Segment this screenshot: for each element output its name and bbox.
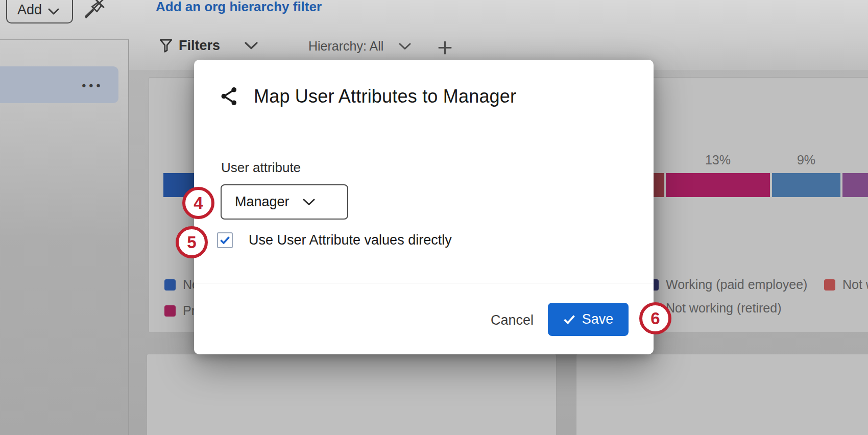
bar-segment	[772, 173, 840, 197]
check-icon	[563, 315, 575, 324]
map-user-attributes-dialog: Map User Attributes to Manager User attr…	[194, 60, 654, 354]
bar-segment	[666, 173, 770, 197]
app-screen: ●●● Add Add an org hierarchy filter Filt…	[0, 0, 868, 435]
chevron-down-icon	[399, 43, 411, 50]
plus-icon	[438, 41, 452, 55]
dialog-title: Map User Attributes to Manager	[254, 86, 516, 107]
save-button[interactable]: Save	[548, 303, 629, 336]
annotation-step-4: 4	[182, 187, 214, 219]
more-options-icon[interactable]: ●●●	[82, 81, 103, 89]
legend-swatch	[164, 305, 176, 317]
hierarchy-filter-label: Hierarchy: All	[308, 39, 383, 54]
legend-item: Working (paid employee)	[647, 277, 807, 292]
chevron-down-icon	[303, 199, 315, 206]
footer-divider	[194, 283, 654, 283]
checkbox-row: Use User Attribute values directly	[217, 232, 452, 248]
check-icon	[220, 236, 230, 245]
annotation-step-5: 5	[176, 226, 208, 258]
filters-label: Filters	[179, 38, 220, 54]
legend-label: Not w	[842, 277, 868, 292]
add-filter-button[interactable]	[438, 41, 452, 57]
bar-segment	[842, 173, 868, 197]
bar-value-label: 13%	[666, 153, 770, 167]
pin-slash-icon[interactable]	[82, 0, 106, 23]
legend-label: Working (paid employee)	[666, 277, 807, 292]
header-divider	[194, 133, 654, 133]
annotation-number: 5	[187, 233, 196, 252]
select-value: Manager	[235, 194, 290, 210]
bar-value-label: 9%	[772, 153, 840, 167]
add-button-label: Add	[17, 2, 42, 18]
share-icon	[221, 87, 238, 106]
dialog-header: Map User Attributes to Manager	[194, 60, 654, 133]
hierarchy-filter[interactable]: Hierarchy: All	[308, 39, 411, 54]
widget-card-bottom-right	[576, 354, 868, 435]
legend-label: Not working (retired)	[666, 301, 781, 316]
annotation-step-6: 6	[639, 302, 671, 334]
cancel-button[interactable]: Cancel	[483, 310, 542, 330]
user-attribute-label: User attribute	[221, 160, 301, 176]
legend-item: Pr	[164, 303, 196, 318]
funnel-icon	[159, 39, 173, 53]
add-button[interactable]: Add	[6, 0, 73, 23]
legend-item: Not w	[824, 277, 868, 292]
save-button-label: Save	[582, 311, 614, 327]
legend-swatch	[824, 279, 835, 291]
sidebar-selected-item[interactable]: ●●●	[0, 66, 118, 103]
org-hierarchy-filter-link[interactable]: Add an org hierarchy filter	[156, 0, 322, 15]
chevron-down-icon	[48, 8, 59, 15]
annotation-number: 4	[194, 194, 203, 213]
chevron-down-icon	[245, 42, 258, 50]
widget-card-bottom-left	[147, 354, 557, 435]
filters-menu[interactable]: Filters	[159, 38, 258, 54]
annotation-number: 6	[650, 309, 660, 328]
use-values-checkbox[interactable]	[217, 232, 233, 248]
legend-swatch	[164, 279, 176, 291]
user-attribute-select[interactable]: Manager	[221, 184, 348, 220]
use-values-label: Use User Attribute values directly	[249, 232, 452, 248]
